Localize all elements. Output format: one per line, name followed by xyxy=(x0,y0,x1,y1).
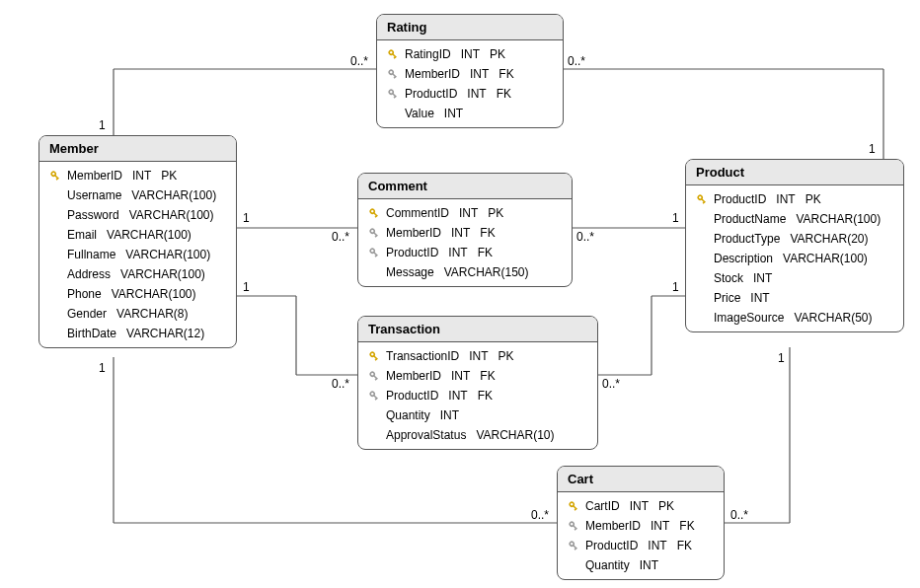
attr-constraint: PK xyxy=(498,349,514,363)
attr-type: VARCHAR(100) xyxy=(120,267,205,281)
attr-row: MessageVARCHAR(150) xyxy=(358,262,572,282)
attr-name: TransactionID xyxy=(386,349,459,363)
attr-row: QuantityINT xyxy=(558,555,724,575)
attr-name: Username xyxy=(67,188,121,202)
attr-type: INT xyxy=(750,291,769,305)
attr-row: CommentIDINTPK xyxy=(358,203,572,223)
attr-row: ProductIDINTFK xyxy=(358,243,572,262)
attr-key-col xyxy=(366,390,382,402)
pk-key-icon xyxy=(568,500,579,512)
attr-key-col xyxy=(566,520,581,532)
entity-transaction-body: TransactionIDINTPKMemberIDINTFKProductID… xyxy=(358,342,597,449)
attr-name: ProductID xyxy=(386,389,438,403)
attr-type: INT xyxy=(753,271,772,285)
pk-key-icon xyxy=(368,207,380,219)
attr-type: INT xyxy=(651,519,669,533)
card-member-trans-many: 0..* xyxy=(332,377,349,391)
attr-constraint: FK xyxy=(677,539,692,552)
entity-product: Product ProductIDINTPKProductNameVARCHAR… xyxy=(685,159,904,332)
attr-key-col xyxy=(385,88,401,100)
card-member-rating-1: 1 xyxy=(99,118,106,132)
attr-type: VARCHAR(10) xyxy=(476,428,554,442)
attr-key-col xyxy=(694,193,710,205)
attr-type: VARCHAR(100) xyxy=(107,228,192,242)
attr-row: ProductIDINTFK xyxy=(558,536,724,555)
attr-name: ProductID xyxy=(585,539,638,552)
attr-type: VARCHAR(12) xyxy=(126,327,204,340)
attr-name: RatingID xyxy=(405,47,451,61)
attr-row: DescriptionVARCHAR(100) xyxy=(686,249,903,268)
attr-constraint: FK xyxy=(497,87,511,101)
card-member-cart-1: 1 xyxy=(99,361,106,375)
entity-comment: Comment CommentIDINTPKMemberIDINTFKProdu… xyxy=(357,173,573,287)
attr-row: ProductIDINTFK xyxy=(377,84,563,104)
card-comment-product-1: 1 xyxy=(672,211,679,225)
attr-key-col xyxy=(566,500,581,512)
attr-type: VARCHAR(100) xyxy=(783,252,868,265)
attr-row: CartIDINTPK xyxy=(558,496,724,516)
attr-key-col xyxy=(47,170,63,182)
entity-product-title: Product xyxy=(686,160,903,185)
attr-row: StockINT xyxy=(686,268,903,288)
attr-type: VARCHAR(20) xyxy=(790,232,868,246)
attr-key-col xyxy=(566,540,581,551)
card-trans-product-many: 0..* xyxy=(602,377,620,391)
attr-type: INT xyxy=(640,558,658,572)
fk-key-icon xyxy=(368,390,380,402)
fk-key-icon xyxy=(387,88,399,100)
attr-row: RatingIDINTPK xyxy=(377,44,563,64)
attr-type: INT xyxy=(461,47,480,61)
attr-constraint: FK xyxy=(478,389,493,403)
attr-row: ProductNameVARCHAR(100) xyxy=(686,209,903,229)
card-comment-product-many: 0..* xyxy=(576,230,594,244)
attr-name: BirthDate xyxy=(67,327,116,340)
attr-constraint: FK xyxy=(480,369,495,383)
attr-name: Fullname xyxy=(67,248,115,261)
attr-name: Price xyxy=(714,291,740,305)
entity-member-body: MemberIDINTPKUsernameVARCHAR(100)Passwor… xyxy=(39,162,236,347)
attr-type: INT xyxy=(444,107,463,120)
card-cart-product-many: 0..* xyxy=(730,508,748,522)
attr-name: ProductID xyxy=(405,87,457,101)
attr-row: PriceINT xyxy=(686,288,903,308)
attr-name: MemberID xyxy=(386,226,441,240)
attr-type: VARCHAR(100) xyxy=(129,208,214,222)
attr-row: AddressVARCHAR(100) xyxy=(39,264,236,284)
attr-constraint: PK xyxy=(805,192,821,206)
attr-type: VARCHAR(100) xyxy=(131,188,216,202)
attr-type: INT xyxy=(776,192,795,206)
attr-type: INT xyxy=(448,389,467,403)
attr-name: Quantity xyxy=(585,558,630,572)
attr-name: Password xyxy=(67,208,119,222)
attr-name: CommentID xyxy=(386,206,449,220)
entity-product-body: ProductIDINTPKProductNameVARCHAR(100)Pro… xyxy=(686,185,903,331)
attr-row: MemberIDINTFK xyxy=(558,516,724,536)
attr-row: MemberIDINTPK xyxy=(39,166,236,185)
attr-type: INT xyxy=(630,499,649,513)
attr-name: ProductID xyxy=(386,246,438,259)
attr-row: EmailVARCHAR(100) xyxy=(39,225,236,245)
attr-type: VARCHAR(150) xyxy=(444,265,529,279)
attr-row: ProductIDINTFK xyxy=(358,386,597,405)
card-cart-product-1: 1 xyxy=(778,351,785,365)
attr-name: ApprovalStatus xyxy=(386,428,466,442)
attr-type: INT xyxy=(132,169,151,183)
entity-comment-body: CommentIDINTPKMemberIDINTFKProductIDINTF… xyxy=(358,199,572,286)
pk-key-icon xyxy=(696,193,708,205)
attr-constraint: PK xyxy=(490,47,505,61)
pk-key-icon xyxy=(387,48,399,60)
entity-cart-title: Cart xyxy=(558,467,724,492)
entity-member: Member MemberIDINTPKUsernameVARCHAR(100)… xyxy=(38,135,237,348)
attr-name: Address xyxy=(67,267,111,281)
attr-type: INT xyxy=(440,408,459,422)
attr-key-col xyxy=(366,227,382,239)
attr-row: QuantityINT xyxy=(358,405,597,425)
attr-row: MemberIDINTFK xyxy=(377,64,563,84)
attr-type: INT xyxy=(467,87,486,101)
attr-type: INT xyxy=(448,246,467,259)
entity-rating: Rating RatingIDINTPKMemberIDINTFKProduct… xyxy=(376,14,564,128)
attr-constraint: FK xyxy=(478,246,493,259)
card-rating-product-1: 1 xyxy=(869,142,876,156)
attr-key-col xyxy=(385,68,401,80)
attr-key-col xyxy=(385,48,401,60)
